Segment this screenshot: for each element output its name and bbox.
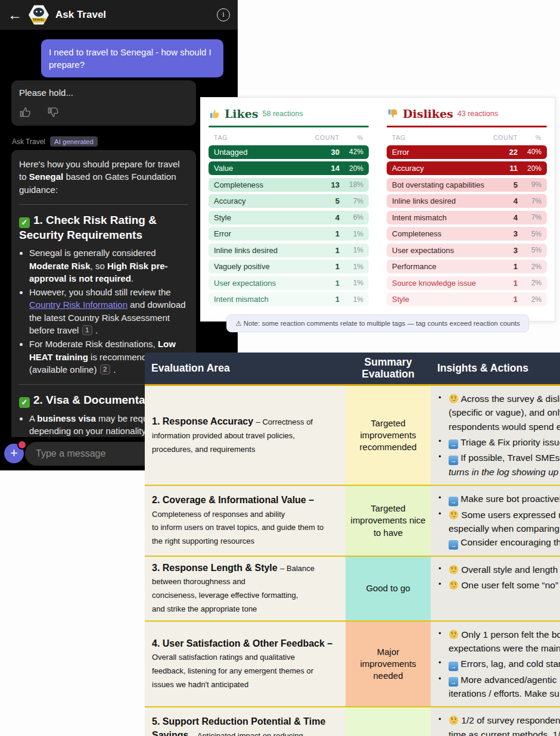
logo-banner: TRAVEL [32,18,46,23]
likes-count: 58 reactions [263,110,303,118]
tag-count: 4 [312,213,340,222]
insight-text: Consider encouraging th [458,537,560,547]
citation-chip[interactable]: 2 [100,364,110,375]
likes-table: Likes 58 reactions TAG COUNT % Untagged3… [209,107,369,309]
thumbs-up-button[interactable] [19,106,32,118]
insight-text: One user felt some “no” [461,580,558,590]
tag-percent: 6% [340,213,363,222]
insight-bullet: •→ Make sure bot proactivel [433,492,560,506]
evaluation-table-header: Evaluation Area Summary Evaluation Insig… [145,353,560,386]
insight-bullet: •→ Triage & Fix priority issues [433,435,560,450]
tag-label: Accuracy [214,197,312,205]
insight-bullet: • Only 1 person felt the bo expectations… [433,628,560,656]
page: { "chat": { "title": "Ask Travel", "logo… [0,0,560,736]
message-paragraph: Here's how you should prepare for travel… [19,158,188,196]
tag-count: 1 [490,295,518,304]
info-button[interactable]: i [217,8,230,21]
bullet-marker: • [438,628,441,640]
table-row: User expectations35% [387,244,547,257]
dislikes-column-headers: TAG COUNT % [387,134,547,141]
insight-bullet: •→ If possible, Travel SMEs sh turns in … [433,451,560,479]
arrow-right-icon: → [449,456,458,465]
insight-text: If possible, Travel SMEs sh [461,453,560,463]
thinking-face-icon [449,565,459,575]
tag-label: Completeness [392,229,490,238]
tag-percent: 1% [340,230,363,238]
arrow-right-icon: → [449,439,458,449]
table-row: 4. User Satisfaction & Other Feedback – … [145,622,560,708]
insight-text: Errors, lag, and cold star [461,659,560,669]
bullet-marker: • [438,492,441,504]
bullet-marker: • [438,657,441,669]
sender-row: Ask Travel AI generated [12,136,98,146]
evaluation-table: Evaluation Area Summary Evaluation Insig… [145,353,560,736]
evaluation-area-cell: 3. Response Length & Style – Balance bet… [145,557,346,620]
summary-evaluation-cell: Good to go [346,557,431,620]
tag-percent: 20% [518,164,542,173]
thumbs-down-button[interactable] [47,106,60,118]
table-row: Vaguely positive11% [209,260,369,273]
tag-label: User expectations [214,279,312,288]
ai-generated-badge: AI generated [50,136,98,146]
table-row: Style46% [209,211,369,224]
tag-count: 5 [312,197,340,205]
col-tag: TAG [214,134,312,141]
insight-bullet: • Overall style and length w [433,563,560,576]
thumbs-down-icon [388,108,399,119]
tag-percent: 5% [518,230,542,238]
tag-label: Value [214,164,312,173]
evaluation-area-text: 2. Coverage & Informational Value – Comp… [152,494,323,548]
table-row: 3. Response Length & Style – Balance bet… [145,557,560,622]
tag-percent: 20% [340,164,363,173]
insight-text: More advanced/agentic iterations / effor… [449,675,559,699]
tag-label: Inline links desired [392,197,490,205]
evaluation-area-text: 4. User Satisfaction & Other Feedback – … [152,637,332,691]
citation-chip[interactable]: 1 [82,325,92,335]
table-row: 5. Support Reduction Potential & Time Sa… [145,707,560,736]
tag-percent: 1% [340,263,363,271]
likes-column-headers: TAG COUNT % [209,134,369,141]
tag-count: 1 [312,295,340,304]
tag-percent: 7% [518,213,542,222]
insight-text: Triage & Fix priority issues [461,437,560,447]
insight-bullet: • Across the survey & disli (specific or… [433,392,560,434]
tag-percent: 5% [518,246,542,254]
col-pct: % [340,134,363,141]
bot-message-hold: Please hold... [11,80,196,126]
tag-percent: 18% [340,180,363,189]
evaluation-area-text: 5. Support Reduction Potential & Time Sa… [152,715,327,736]
table-row: Value1420% [209,161,369,175]
back-button[interactable]: ← [8,8,22,22]
bullet-marker: • [438,673,441,685]
table-row: User expectations11% [209,276,369,290]
table-row: Error2240% [387,145,547,159]
insight-text: Overall style and length w [461,565,560,575]
bullet-marker: • [438,392,441,404]
insights-cell: • 1/2 of survey respondent time as curre… [431,707,560,736]
tag-count: 3 [490,229,518,238]
insights-cell: • Across the survey & disli (specific or… [431,386,560,485]
tag-label: Intent mismatch [214,295,312,304]
table-row: Bot overstating capabilities59% [387,178,547,192]
tag-label: Untagged [214,148,312,157]
table-row: Source knowledge issue12% [387,276,547,290]
tag-count: 22 [490,148,518,157]
evaluation-area-cell: 4. User Satisfaction & Other Feedback – … [145,622,346,707]
tag-percent: 9% [518,180,542,189]
bullet-marker: • [438,713,441,725]
table-row: Intent mismatch47% [387,211,547,224]
table-row: Inline links desired11% [209,244,369,257]
tag-label: Source knowledge issue [392,279,490,288]
thinking-face-icon [449,510,459,520]
table-row: Accuracy57% [209,194,369,208]
tag-count: 4 [490,197,518,205]
notification-dot [17,440,27,450]
insight-bullet: • One user felt some “no” [433,578,560,592]
tag-label: Error [392,148,490,157]
tag-count: 14 [312,164,340,173]
tag-count: 1 [312,246,340,255]
table-row: 1. Response Accuracy – Correctness of in… [145,386,560,486]
country-risk-link[interactable]: Country Risk Information [29,300,127,310]
insight-bullet: • Some users expressed n especially when… [433,508,560,550]
table-row: Untagged3042% [209,145,369,159]
